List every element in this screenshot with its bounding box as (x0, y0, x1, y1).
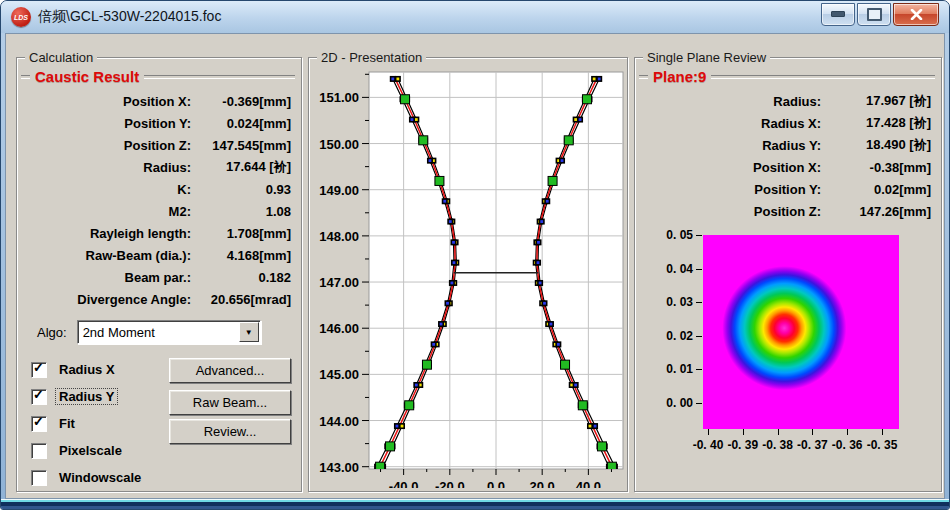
x-axis-label: 40.0 (576, 479, 601, 488)
calculation-panel-label: Calculation (25, 50, 97, 65)
row-label: Position Z: (641, 204, 821, 219)
result-row: Raw-Beam (dia.):4.168[mm] (23, 244, 291, 266)
selected-plane-marker (582, 95, 591, 104)
profile-x-tick (743, 429, 744, 435)
result-row: K:0.93 (23, 178, 291, 200)
row-label: Position Y: (23, 116, 191, 131)
beam-profile-image (703, 235, 899, 429)
row-label: Radius Y: (641, 138, 821, 153)
row-value: 18.490 [衸] (821, 136, 931, 154)
divider (144, 75, 295, 79)
x-axis-label: -20.0 (435, 479, 465, 488)
profile-y-tick (696, 403, 702, 404)
row-value: 0.024[mm] (191, 116, 291, 131)
y-axis-label: 149.00 (319, 183, 359, 198)
row-value: 147.545[mm] (191, 138, 291, 153)
selected-plane-marker (419, 136, 428, 145)
row-label: Position X: (641, 160, 821, 175)
result-row: Position X:-0.38[mm] (641, 156, 931, 178)
profile-x-tick (812, 429, 813, 435)
profile-y-tick-label: 0. 01 (653, 362, 693, 376)
row-value: 0.93 (191, 182, 291, 197)
selected-plane-marker (597, 442, 606, 451)
review-panel-label: Single Plane Review (643, 50, 770, 65)
plane-header: Plane:9 (648, 68, 711, 85)
profile-y-tick-label: 0. 04 (653, 262, 693, 276)
result-row: Radius:17.967 [衸] (641, 90, 931, 112)
profile-y-tick-label: 0. 03 (653, 295, 693, 309)
algo-select[interactable]: 2nd Moment ▼ (77, 320, 261, 344)
close-button[interactable] (893, 3, 939, 26)
checkbox-label: Radius X (56, 362, 118, 377)
row-value: 1.08 (191, 204, 291, 219)
row-value: 20.656[mrad] (191, 292, 291, 307)
profile-y-tick-label: 0. 00 (653, 396, 693, 410)
selected-plane-marker (422, 360, 431, 369)
result-row: Position Z:147.26[mm] (641, 200, 931, 222)
restore-icon (867, 8, 882, 21)
y-axis-label: 146.00 (319, 321, 359, 336)
chevron-down-icon[interactable]: ▼ (239, 322, 259, 342)
plane-values: Radius:17.967 [衸] Radius X:17.428 [衸] Ra… (641, 90, 931, 222)
checkbox-icon[interactable] (31, 416, 47, 432)
profile-y-tick-label: 0. 05 (653, 228, 693, 242)
x-axis-label: -40.0 (389, 479, 419, 488)
row-value: 4.168[mm] (191, 248, 291, 263)
checkbox-icon[interactable] (31, 362, 47, 378)
checkbox-icon[interactable] (31, 443, 47, 459)
window-title: 倍频\GCL-530W-2204015.foc (38, 8, 221, 26)
profile-y-tick (696, 269, 702, 270)
selected-plane-marker (561, 360, 570, 369)
title-bar[interactable]: LDS 倍频\GCL-530W-2204015.foc (1, 1, 949, 33)
raw-beam-button[interactable]: Raw Beam... (169, 390, 291, 415)
selected-plane-marker (435, 176, 444, 185)
presentation-panel: 2D - Presentation 143.00144.00145.00146.… (308, 57, 628, 492)
checkbox-icon[interactable] (31, 470, 47, 486)
checkbox-radius-y[interactable]: Radius Y (31, 383, 144, 410)
checkbox-icon[interactable] (31, 389, 47, 405)
result-row: Radius X:17.428 [衸] (641, 112, 931, 134)
result-row: Position Y:0.024[mm] (23, 112, 291, 134)
profile-y-tick (696, 235, 702, 236)
algo-label: Algo: (37, 325, 67, 340)
app-window: LDS 倍频\GCL-530W-2204015.foc Calculation … (0, 0, 950, 510)
row-value: -0.369[mm] (191, 94, 291, 109)
caustic-plot-svg[interactable]: 143.00144.00145.00146.00147.00148.00149.… (309, 62, 627, 488)
algo-selected-value: 2nd Moment (78, 325, 238, 340)
checkbox-windowscale[interactable]: Windowscale (31, 464, 144, 491)
row-label: Position Y: (641, 182, 821, 197)
y-axis-label: 150.00 (319, 137, 359, 152)
row-label: Position Z: (23, 138, 191, 153)
caustic-plot[interactable]: 143.00144.00145.00146.00147.00148.00149.… (309, 62, 627, 492)
checkbox-radius-x[interactable]: Radius X (31, 356, 144, 383)
y-axis-label: 145.00 (319, 367, 359, 382)
review-button[interactable]: Review... (169, 419, 291, 444)
row-label: Radius: (641, 94, 821, 109)
profile-x-tick (708, 429, 709, 435)
divider (21, 75, 30, 79)
selected-plane-marker (548, 176, 557, 185)
minimize-icon (831, 11, 845, 17)
advanced-button[interactable]: Advanced... (169, 358, 291, 383)
minimize-button[interactable] (821, 3, 855, 26)
profile-x-tick (847, 429, 848, 435)
y-axis-label: 143.00 (319, 460, 359, 475)
profile-y-tick (696, 336, 702, 337)
checkbox-pixelscale[interactable]: Pixelscale (31, 437, 144, 464)
profile-x-tick-label: -0. 35 (859, 438, 905, 452)
selected-plane-marker (578, 401, 587, 410)
result-row: Radius Y:18.490 [衸] (641, 134, 931, 156)
y-axis-label: 144.00 (319, 414, 359, 429)
y-axis-label: 148.00 (319, 229, 359, 244)
checkbox-fit[interactable]: Fit (31, 410, 144, 437)
window-bottom-border (1, 499, 949, 509)
profile-x-tick (778, 429, 779, 435)
divider (639, 75, 648, 79)
close-icon (910, 9, 923, 20)
y-axis-label: 147.00 (319, 275, 359, 290)
restore-button[interactable] (857, 3, 891, 26)
row-value: 17.967 [衸] (821, 92, 931, 110)
caustic-result-header: Caustic Result (30, 68, 144, 85)
checkbox-label: Fit (56, 416, 78, 431)
result-row: Radius:17.644 [衸] (23, 156, 291, 178)
